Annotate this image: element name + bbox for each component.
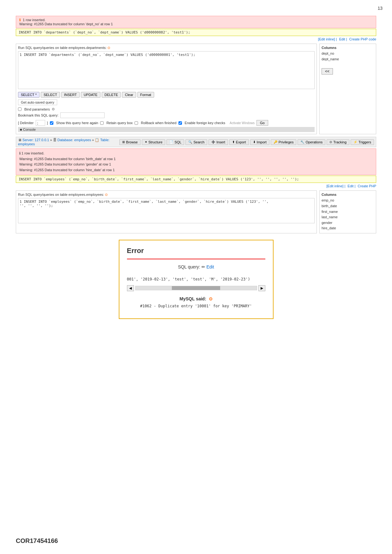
edit-inline-link-2[interactable]: [Edit inline] (327, 184, 344, 188)
bookmark-label: Bookmark this SQL query: (18, 113, 58, 117)
back-btn-1[interactable]: << (322, 68, 333, 75)
column-item: last_name (322, 214, 374, 220)
edit-bar-1: [Edit inline] | Edit | Create PHP code (16, 37, 376, 42)
edit-link-2[interactable]: Edit (347, 184, 353, 188)
error-scroll-row: ◀ ▶ (127, 285, 265, 291)
tab-triggers-label: Triggers (359, 140, 371, 144)
tab-tracking[interactable]: ⊙ Tracking (327, 139, 349, 145)
tab-sql[interactable]: 📄 SQL (166, 139, 184, 145)
create-php-link-1[interactable]: Create PHP code (349, 37, 376, 41)
query-left-2: Run SQL query/queries on table employees… (16, 190, 317, 233)
delimiter-row: [ Delimiter ] Show this query here again… (18, 120, 315, 126)
edit-inline-link-1[interactable]: [Edit inline] (318, 37, 335, 41)
edit-bar-2: [Edit inline] | Edit | Create PHP (16, 184, 376, 189)
clear-btn-1[interactable]: Clear (122, 92, 136, 98)
tab-export[interactable]: ⬆ Export (229, 139, 249, 145)
tab-search[interactable]: 🔍 Search (185, 139, 207, 145)
column-item: dept_name (322, 57, 374, 62)
query-right-2: Columns emp_no birth_date first_name las… (319, 190, 376, 233)
top-warning-box: ℹ 1 row inserted. Warning: #1265 Data tr… (16, 16, 376, 28)
auto-saved-btn[interactable]: Get auto-saved query (18, 99, 57, 105)
query-left-1: Run SQL query/queries on table employees… (16, 44, 317, 134)
delimiter-input[interactable] (36, 120, 45, 126)
select-btn-1[interactable]: SELECT (41, 92, 60, 98)
tab-triggers[interactable]: ⚡ Triggers (351, 139, 374, 145)
console-label: Console (23, 128, 36, 131)
rollback-checkbox[interactable] (135, 121, 138, 125)
warning2-line4: Warning: #1265 Data truncated for column… (19, 168, 115, 172)
select-star-btn-1[interactable]: SELECT * (18, 92, 39, 98)
show-query-checkbox[interactable] (50, 121, 53, 125)
btn-row-1: SELECT * SELECT INSERT UPDATE DELETE Cle… (18, 92, 315, 98)
mysql-said-label: MySQL said: (179, 296, 206, 301)
triggers-icon: ⚡ (353, 140, 357, 144)
database-link[interactable]: Database: employees (57, 138, 91, 142)
error-query-text: 001', '2019-02-13', 'test', 'test', 'M',… (127, 276, 265, 283)
update-btn-1[interactable]: UPDATE (81, 92, 100, 98)
tab-privileges[interactable]: 🔑 Privileges (271, 139, 297, 145)
tab-structure[interactable]: ✦ Structure (142, 139, 166, 145)
page-number: 13 (377, 6, 383, 11)
tab-sql-label: SQL (174, 140, 181, 144)
go-btn-1[interactable]: Go (256, 120, 268, 126)
sql-icon: 📄 (169, 140, 173, 144)
sep4: | (354, 184, 356, 188)
tab-tracking-label: Tracking (333, 140, 347, 144)
error-dialog: Error SQL query: ✏ Edit 001', '2019-02-1… (119, 240, 274, 319)
query-textarea-1[interactable]: 1 INSERT INTO `departments` (`dept_no`, … (18, 51, 315, 89)
tab-browse[interactable]: ⊞ Browse (119, 139, 141, 145)
delete-btn-1[interactable]: DELETE (102, 92, 121, 98)
scroll-right-btn[interactable]: ▶ (258, 285, 265, 291)
tab-operations-label: Operations (305, 140, 323, 144)
privileges-icon: 🔑 (274, 140, 277, 144)
tab-browse-label: Browse (126, 140, 138, 144)
tracking-icon: ⊙ (329, 140, 332, 144)
bind-params-checkbox[interactable] (18, 107, 21, 111)
column-item: birth_date (322, 203, 374, 209)
edit-sql-link[interactable]: Edit (206, 264, 214, 269)
format-btn-1[interactable]: Format (137, 92, 154, 98)
structure-icon: ✦ (145, 140, 147, 144)
query-info-icon-1: ⊙ (107, 46, 110, 50)
bind-params-row: Bind parameters ⊙ (18, 107, 315, 111)
bookmark-input[interactable] (60, 112, 105, 118)
warning2-line3: Warning: #1265 Data truncated for column… (19, 162, 111, 166)
insert-btn-1[interactable]: INSERT (61, 92, 80, 98)
query-title-2: Run SQL query/queries on table employees… (18, 193, 315, 197)
retain-query-checkbox[interactable] (100, 121, 104, 125)
operations-icon: 🔧 (300, 140, 304, 144)
console-square: ■ (20, 128, 23, 131)
tab-operations[interactable]: 🔧 Operations (298, 139, 325, 145)
server-link[interactable]: Server: 127.0.0.1 (22, 138, 49, 142)
query-title-text-1: Run SQL query/queries on table employees… (18, 46, 106, 50)
column-item: emp_no (322, 198, 374, 203)
tab-import[interactable]: ⬇ Import (250, 139, 269, 145)
query-textarea-2[interactable]: 1 INSERT INTO `employees` (`emp_no`, `bi… (18, 198, 315, 223)
tab-privileges-label: Privileges (279, 140, 294, 144)
error-message: #1062 - Duplicate entry '10001' for key … (127, 304, 265, 308)
show-query-label: Show this query here again (56, 121, 98, 125)
edit-link-1[interactable]: Edit (339, 37, 345, 41)
tab-insert[interactable]: ➕ Insert (208, 139, 228, 145)
tab-insert-label: Insert (216, 140, 225, 144)
nav-bar: 🖥 Server: 127.0.0.1 » 🗄 Database: employ… (16, 137, 376, 147)
scroll-bar-thumb (172, 286, 220, 290)
import-icon: ⬇ (253, 140, 256, 144)
create-php-link-2[interactable]: Create PHP (358, 184, 376, 188)
foreign-key-label: Enable foreign key checks (185, 121, 225, 125)
columns-list-1: dept_no dept_name (322, 51, 374, 62)
scroll-bar-track[interactable] (135, 286, 257, 290)
columns-list-2: emp_no birth_date first_name last_name g… (322, 198, 374, 231)
bind-params-label: Bind parameters (24, 107, 50, 111)
export-icon: ⬆ (232, 140, 235, 144)
warning2-line2: Warning: #1265 Data truncated for column… (19, 157, 116, 161)
bind-params-icon: ⊙ (52, 107, 55, 111)
query-info-icon-2: ⊙ (105, 193, 108, 196)
table-icon: 📋 (95, 138, 100, 142)
activate-windows-text: Activate Windows (230, 121, 255, 125)
error-sql-row: SQL query: ✏ Edit (127, 264, 265, 269)
scroll-left-btn[interactable]: ◀ (127, 285, 134, 291)
foreign-key-checkbox[interactable] (178, 121, 182, 125)
edit-pencil-icon: ✏ (202, 264, 207, 269)
warning-line2: Warning: #1265 Data truncated for column… (19, 22, 113, 26)
